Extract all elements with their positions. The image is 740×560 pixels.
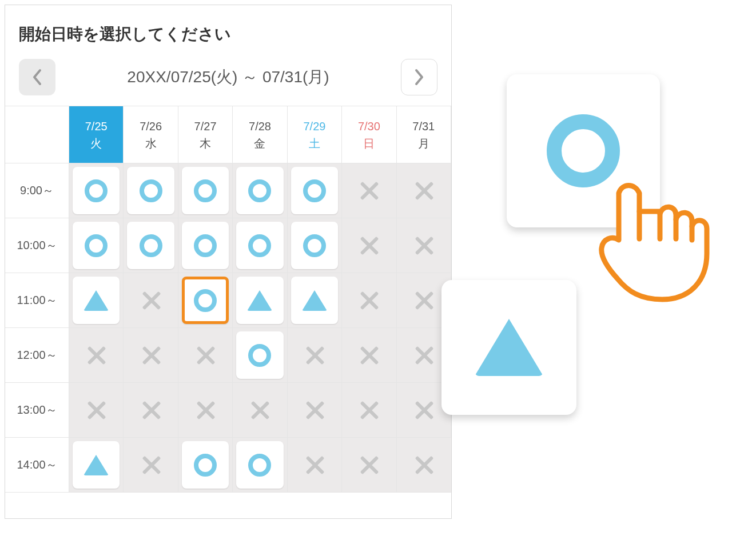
day-header-5: 7/30日 bbox=[342, 106, 396, 163]
slot-few[interactable] bbox=[69, 438, 124, 493]
slot-inner bbox=[127, 441, 174, 489]
x-icon bbox=[413, 400, 434, 421]
slot-inner[interactable] bbox=[236, 167, 283, 214]
slot-inner bbox=[127, 277, 174, 324]
slot-inner bbox=[345, 167, 392, 214]
time-label-5: 14:00～ bbox=[5, 438, 69, 493]
circle-icon bbox=[194, 454, 217, 477]
slot-inner[interactable] bbox=[236, 331, 283, 379]
circle-icon bbox=[194, 289, 217, 312]
slot-available[interactable] bbox=[124, 218, 178, 273]
slot-available[interactable] bbox=[288, 218, 342, 273]
slot-unavailable bbox=[342, 438, 396, 493]
header-corner bbox=[5, 106, 69, 163]
slot-available[interactable] bbox=[178, 218, 233, 273]
slot-inner[interactable] bbox=[73, 222, 120, 269]
slot-inner[interactable] bbox=[182, 441, 229, 489]
slot-inner[interactable] bbox=[291, 277, 338, 324]
x-icon bbox=[304, 400, 325, 421]
slot-inner[interactable] bbox=[73, 277, 120, 324]
slot-unavailable bbox=[288, 438, 342, 493]
day-of-week: 火 bbox=[90, 135, 102, 152]
slot-inner bbox=[127, 386, 174, 434]
day-date: 7/28 bbox=[249, 118, 271, 135]
circle-icon bbox=[248, 344, 271, 367]
slot-unavailable bbox=[124, 383, 178, 438]
x-icon bbox=[304, 455, 325, 475]
slot-inner[interactable] bbox=[73, 441, 120, 489]
slot-inner[interactable] bbox=[182, 277, 229, 324]
slot-unavailable bbox=[342, 328, 396, 383]
slot-few[interactable] bbox=[233, 273, 287, 328]
slot-inner[interactable] bbox=[291, 222, 338, 269]
slot-inner[interactable] bbox=[127, 222, 174, 269]
slot-few[interactable] bbox=[69, 273, 124, 328]
slot-available[interactable] bbox=[69, 163, 124, 218]
slot-available[interactable] bbox=[233, 438, 287, 493]
prev-week-button[interactable] bbox=[19, 59, 55, 95]
slot-inner bbox=[345, 222, 392, 269]
slot-inner bbox=[345, 441, 392, 489]
slot-inner[interactable] bbox=[236, 277, 283, 324]
slot-inner bbox=[127, 331, 174, 379]
x-icon bbox=[359, 290, 379, 311]
booking-panel: 開始日時を選択してください 20XX/07/25(火) ～ 07/31(月) 7… bbox=[5, 5, 452, 519]
slot-inner bbox=[236, 386, 283, 434]
circle-icon bbox=[85, 179, 108, 202]
slot-available[interactable] bbox=[233, 328, 287, 383]
slot-available[interactable] bbox=[124, 163, 178, 218]
slot-inner[interactable] bbox=[73, 167, 120, 214]
page-title: 開始日時を選択してください bbox=[5, 5, 451, 59]
slot-available[interactable] bbox=[178, 438, 233, 493]
slot-inner bbox=[400, 331, 447, 379]
x-icon bbox=[141, 345, 161, 366]
day-date: 7/27 bbox=[194, 118, 217, 135]
slot-available[interactable] bbox=[288, 163, 342, 218]
time-label-2: 11:00～ bbox=[5, 273, 69, 328]
x-icon bbox=[413, 235, 434, 256]
slot-unavailable bbox=[178, 328, 233, 383]
slot-inner[interactable] bbox=[236, 222, 283, 269]
tap-hand-icon bbox=[595, 177, 726, 309]
x-icon bbox=[413, 290, 434, 311]
x-icon bbox=[359, 235, 379, 256]
x-icon bbox=[359, 345, 379, 366]
date-range-label: 20XX/07/25(火) ～ 07/31(月) bbox=[55, 66, 401, 88]
day-date: 7/31 bbox=[412, 118, 435, 135]
slot-inner bbox=[291, 441, 338, 489]
slot-inner[interactable] bbox=[182, 222, 229, 269]
next-week-button[interactable] bbox=[401, 59, 437, 95]
slot-inner[interactable] bbox=[127, 167, 174, 214]
x-icon bbox=[86, 400, 106, 421]
few-slot-callout bbox=[441, 280, 576, 415]
availability-grid: 7/25火7/26水7/27木7/28金7/29土7/30日7/31月9:00～… bbox=[5, 106, 451, 493]
slot-few[interactable] bbox=[288, 273, 342, 328]
day-header-4: 7/29土 bbox=[288, 106, 342, 163]
x-icon bbox=[195, 345, 216, 366]
slot-unavailable bbox=[69, 328, 124, 383]
day-header-2: 7/27木 bbox=[178, 106, 233, 163]
triangle-icon bbox=[247, 290, 272, 311]
slot-available[interactable] bbox=[69, 218, 124, 273]
slot-inner bbox=[73, 386, 120, 434]
slot-inner bbox=[400, 441, 448, 489]
chevron-left-icon bbox=[31, 68, 43, 86]
slot-inner bbox=[345, 386, 392, 434]
circle-icon bbox=[140, 234, 162, 257]
slot-inner bbox=[400, 277, 447, 324]
slot-unavailable bbox=[288, 328, 342, 383]
circle-icon bbox=[194, 179, 217, 202]
slot-available[interactable] bbox=[178, 163, 233, 218]
slot-inner bbox=[73, 331, 120, 379]
slot-inner[interactable] bbox=[182, 167, 229, 214]
slot-inner bbox=[400, 167, 447, 214]
slot-inner[interactable] bbox=[236, 441, 283, 489]
slot-available[interactable] bbox=[178, 273, 233, 328]
slot-inner[interactable] bbox=[291, 167, 338, 214]
circle-icon bbox=[248, 234, 271, 257]
day-of-week: 月 bbox=[418, 135, 429, 152]
slot-available[interactable] bbox=[233, 163, 287, 218]
circle-icon bbox=[303, 234, 326, 257]
slot-available[interactable] bbox=[233, 218, 287, 273]
slot-unavailable bbox=[124, 328, 178, 383]
